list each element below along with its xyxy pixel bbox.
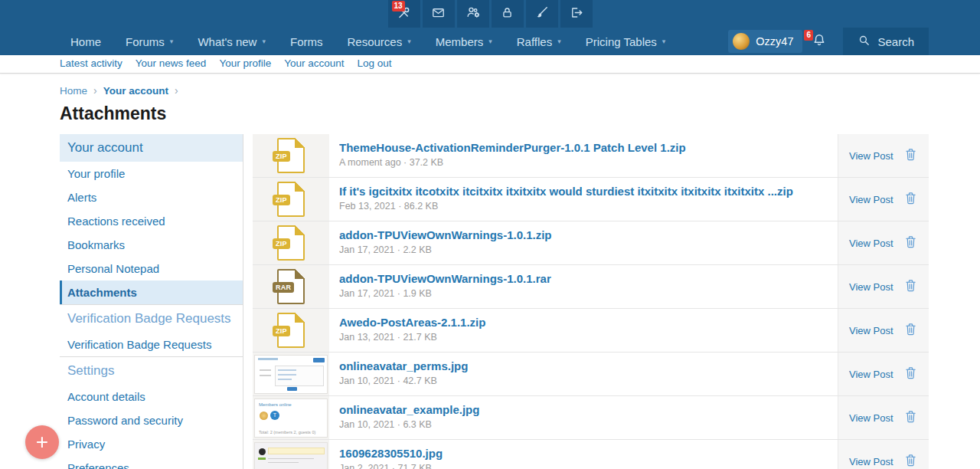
nav-item-forums[interactable]: Forums▾ (126, 35, 173, 48)
sidebar-item-bookmarks[interactable]: Bookmarks (60, 233, 243, 257)
plus-icon: + (36, 430, 48, 454)
attachment-meta: A moment ago · 37.2 KB (339, 157, 827, 168)
lock-button[interactable] (492, 0, 524, 28)
bell-icon (812, 32, 827, 51)
nav-right: Ozzy47 6 Search (728, 28, 929, 55)
view-post-link[interactable]: View Post (849, 194, 893, 205)
nav-item-home[interactable]: Home (70, 35, 101, 48)
subnav-link-log-out[interactable]: Log out (357, 57, 391, 69)
attachment-actions: View Post (838, 396, 929, 439)
sidebar-item-personal-notepad[interactable]: Personal Notepad (60, 257, 243, 280)
trash-icon (904, 191, 917, 208)
view-post-link[interactable]: View Post (849, 325, 893, 336)
attachment-filename[interactable]: addon-TPUViewOwnWarnings-1.0.1.zip (339, 228, 827, 241)
sidebar-item-reactions-received[interactable]: Reactions received (60, 209, 243, 233)
breadcrumb-item-home[interactable]: Home (60, 85, 87, 97)
username: Ozzy47 (756, 35, 793, 48)
trash-icon (904, 147, 917, 165)
attachment-filename[interactable]: Awedo-PostAreas-2.1.1.zip (339, 316, 827, 329)
notification-badge: 13 (392, 1, 405, 11)
attachment-info: 1609628305510.jpgJan 2, 2021 · 71.7 KB (329, 440, 838, 469)
alerts-button[interactable]: 6 (802, 28, 836, 55)
sidebar-item-your-profile[interactable]: Your profile (60, 162, 243, 185)
attachment-row: ZIPIf it's igcitxitx itcotxitx itcitxitx… (253, 178, 929, 221)
attachment-filename[interactable]: 1609628305510.jpg (339, 447, 827, 460)
subnav-link-your-news-feed[interactable]: Your news feed (136, 57, 207, 69)
trash-icon (904, 278, 917, 296)
attachment-meta: Feb 13, 2021 · 86.2 KB (339, 201, 827, 212)
delete-button[interactable] (904, 191, 917, 208)
view-post-link[interactable]: View Post (849, 238, 893, 249)
image-thumbnail[interactable] (254, 442, 328, 469)
breadcrumb-item-your-account[interactable]: Your account (103, 85, 168, 97)
site-header: 13 HomeForums▾What's new▾FormsResources▾… (0, 0, 980, 55)
delete-button[interactable] (904, 409, 917, 427)
folded-corner (295, 182, 305, 192)
attachment-actions: View Post (838, 440, 929, 469)
tools-button[interactable]: 13 (388, 0, 420, 28)
nav-item-what-s-new[interactable]: What's new▾ (198, 35, 266, 48)
rar-file-icon: RAR (277, 269, 305, 304)
main-nav-row: HomeForums▾What's new▾FormsResources▾Mem… (0, 28, 980, 55)
nav-item-resources[interactable]: Resources▾ (347, 35, 410, 48)
attachment-actions: View Post (838, 221, 929, 264)
attachment-filename[interactable]: ThemeHouse-ActivationReminderPurger-1.0.… (339, 141, 827, 154)
nav-item-forms[interactable]: Forms (290, 35, 323, 48)
view-post-link[interactable]: View Post (849, 150, 893, 162)
view-post-link[interactable]: View Post (849, 412, 893, 424)
logout-button[interactable] (560, 0, 593, 28)
nav-item-label: Resources (347, 35, 402, 48)
attachment-info: onlineavatar_example.jpgJan 10, 2021 · 6… (329, 396, 838, 439)
user-menu[interactable]: Ozzy47 (728, 30, 802, 53)
attachment-filename[interactable]: onlineavatar_example.jpg (339, 403, 827, 416)
attachment-filename[interactable]: If it's igcitxitx itcotxitx itcitxitx it… (339, 185, 827, 198)
sidebar-item-preferences[interactable]: Preferences (60, 456, 243, 469)
sidebar-item-password-and-security[interactable]: Password and security (60, 408, 243, 432)
folded-corner (295, 225, 305, 235)
chevron-down-icon: ▾ (662, 38, 666, 45)
delete-button[interactable] (904, 235, 917, 252)
brush-button[interactable] (526, 0, 558, 28)
sidebar-item-account-details[interactable]: Account details (60, 385, 243, 408)
delete-button[interactable] (904, 366, 917, 383)
chevron-down-icon: ▾ (557, 38, 561, 45)
avatar (733, 33, 750, 50)
search-button[interactable]: Search (843, 28, 929, 55)
image-thumbnail[interactable]: Members onlineTTotal: 2 (members 2, gues… (254, 398, 328, 438)
lock-icon (500, 5, 514, 23)
add-button[interactable]: + (25, 425, 59, 459)
view-post-link[interactable]: View Post (849, 369, 893, 380)
account-subnav: Latest activityYour news feedYour profil… (0, 55, 980, 74)
sidebar-item-alerts[interactable]: Alerts (60, 185, 243, 209)
delete-button[interactable] (904, 322, 917, 339)
subnav-link-your-profile[interactable]: Your profile (219, 57, 271, 69)
nav-item-label: Members (436, 35, 484, 48)
attachment-actions: View Post (838, 353, 929, 395)
delete-button[interactable] (904, 147, 917, 165)
sidebar-item-verification-badge-requests[interactable]: Verification Badge Requests (60, 333, 243, 356)
attachment-thumbnail-cell: ZIP (253, 309, 329, 352)
zip-file-icon: ZIP (277, 225, 305, 261)
view-post-link[interactable]: View Post (849, 281, 893, 293)
subnav-link-your-account[interactable]: Your account (284, 57, 344, 69)
users-gear-button[interactable] (457, 0, 489, 28)
attachments-list: ZIPThemeHouse-ActivationReminderPurger-1… (253, 134, 929, 469)
attachment-filename[interactable]: addon-TPUViewOwnWarnings-1.0.1.rar (339, 272, 827, 285)
subnav-link-latest-activity[interactable]: Latest activity (60, 57, 122, 69)
delete-button[interactable] (904, 453, 917, 469)
mail-button[interactable] (423, 0, 455, 28)
nav-item-members[interactable]: Members▾ (436, 35, 492, 48)
zip-file-icon: ZIP (277, 313, 305, 348)
image-thumbnail[interactable] (254, 355, 328, 394)
attachment-filename[interactable]: onlineavatar_perms.jpg (339, 359, 827, 372)
nav-item-pricing-tables[interactable]: Pricing Tables▾ (586, 35, 666, 48)
sidebar-item-privacy[interactable]: Privacy (60, 432, 243, 456)
attachment-actions: View Post (838, 265, 929, 308)
view-post-link[interactable]: View Post (849, 456, 893, 467)
sidebar-item-attachments[interactable]: Attachments (60, 280, 243, 304)
nav-item-raffles[interactable]: Raffles▾ (517, 35, 561, 48)
brush-icon (534, 5, 549, 23)
attachment-actions: View Post (838, 178, 929, 221)
delete-button[interactable] (904, 278, 917, 296)
breadcrumb: Home›Your account› (0, 74, 980, 97)
